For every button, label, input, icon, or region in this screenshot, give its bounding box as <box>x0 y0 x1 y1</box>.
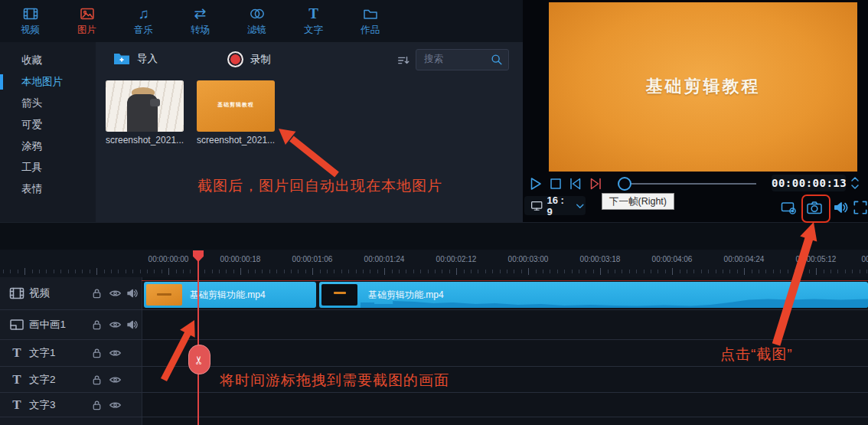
video-title: 基础剪辑教程 <box>549 75 857 98</box>
video-clip-1[interactable]: 基础剪辑功能.mp4 <box>144 282 316 308</box>
sidebar-item-arrows[interactable]: 箭头 <box>0 93 96 114</box>
sidebar-item-local-images[interactable]: 本地图片 <box>0 71 96 93</box>
transition-icon: ⇄ <box>194 6 207 21</box>
seek-slider-handle[interactable] <box>618 177 631 191</box>
chevron-down-icon <box>575 201 586 211</box>
track-row-partial <box>0 417 868 425</box>
tab-text[interactable]: T 文字 <box>292 6 334 37</box>
eye-icon[interactable] <box>109 287 122 300</box>
clip-thumbnail <box>321 284 357 306</box>
lock-icon[interactable] <box>90 347 103 360</box>
filter-icon <box>250 6 265 21</box>
media-item-name: screenshot_2021... <box>197 135 276 145</box>
pip-icon <box>9 317 24 332</box>
media-item-photo[interactable] <box>106 80 184 132</box>
tab-label: 音乐 <box>134 24 153 37</box>
music-icon: ♫ <box>138 6 148 21</box>
image-icon <box>80 6 95 21</box>
ruler-tick-label: 00:00:00:18 <box>220 255 261 263</box>
eye-icon[interactable] <box>109 398 122 411</box>
media-item-screenshot[interactable]: 基础剪辑教程 <box>197 80 275 132</box>
lock-icon[interactable] <box>90 319 103 332</box>
timecode-spinner[interactable] <box>850 174 860 192</box>
tab-image[interactable]: 图片 <box>66 6 108 37</box>
tab-music[interactable]: ♫ 音乐 <box>122 6 165 37</box>
camera-highlight-box <box>801 195 830 223</box>
monitor-icon <box>530 199 543 212</box>
preview-panel: 基础剪辑教程 00:00:00:13 16 : 9 下一帧(Right) <box>523 0 868 222</box>
fullscreen-icon[interactable] <box>852 199 868 216</box>
timeline-ruler[interactable]: 00:00:00:00 00:00:00:18 00:00:01:06 00:0… <box>0 250 868 277</box>
photo-arm <box>150 99 160 106</box>
sidebar-item-favorites[interactable]: 收藏 <box>0 50 96 71</box>
lock-icon[interactable] <box>90 373 103 386</box>
text-track-icon: T <box>9 397 24 413</box>
sidebar-item-tools[interactable]: 工具 <box>0 157 96 178</box>
lock-icon[interactable] <box>90 398 103 411</box>
edit-toolbar: ↶ ↷ ✂ 调速 画面裁剪 画面定格 配音 文字转语音 绿幕抠图 <box>0 222 868 250</box>
tab-label: 作品 <box>361 24 380 37</box>
aspect-ratio-dropdown[interactable]: 16 : 9 <box>524 196 586 215</box>
annotation-local-images: 截图后，图片回自动出现在本地图片 <box>197 176 442 196</box>
sidebar-item-emoji[interactable]: 表情 <box>0 178 96 200</box>
eye-icon[interactable] <box>109 347 122 360</box>
seek-slider-track[interactable] <box>628 183 756 185</box>
tab-video[interactable]: 视频 <box>9 6 51 37</box>
search-icon[interactable] <box>490 53 504 67</box>
stop-button[interactable] <box>548 176 563 191</box>
ruler-tick-label: 00:00:04:06 <box>652 255 693 263</box>
tab-label: 滤镜 <box>247 24 266 37</box>
track-header-text1: T 文字1 <box>0 340 142 366</box>
timecode-display: 00:00:00:13 <box>772 175 846 191</box>
track-lane-text3[interactable] <box>142 393 868 417</box>
video-clip-2[interactable]: 基础剪辑功能.mp4 <box>319 282 868 308</box>
ruler-tick-label: 00:00:01:24 <box>364 255 405 263</box>
speaker-icon[interactable] <box>126 287 139 300</box>
ruler-tick-label: 00:00:00:00 <box>148 255 189 263</box>
scissors-icon: ✂ <box>192 355 206 365</box>
tab-label: 文字 <box>304 24 323 37</box>
video-frame[interactable]: 基础剪辑教程 <box>549 2 857 172</box>
track-row-pip: 画中画1 <box>0 310 868 340</box>
track-lane-pip[interactable] <box>142 310 868 339</box>
clip-thumbnail <box>146 284 182 306</box>
tab-works[interactable]: 作品 <box>349 6 391 37</box>
text-icon: T <box>308 6 318 21</box>
tab-transition[interactable]: ⇄ 转场 <box>179 6 221 37</box>
speaker-icon[interactable] <box>126 319 139 332</box>
ruler-tick-label: 00:00:03:18 <box>580 255 621 263</box>
annotation-click-screenshot: 点击“截图” <box>720 345 793 365</box>
eye-icon[interactable] <box>109 373 122 386</box>
previous-frame-button[interactable] <box>568 176 583 191</box>
display-settings-icon[interactable] <box>781 199 798 216</box>
media-category-sidebar: 收藏 本地图片 箭头 可爱 涂鸦 工具 表情 <box>0 42 96 222</box>
sidebar-item-cute[interactable]: 可爱 <box>0 114 96 136</box>
sidebar-item-doodle[interactable]: 涂鸦 <box>0 136 96 157</box>
playhead-line[interactable] <box>197 260 199 425</box>
search-box <box>416 49 509 70</box>
ruler-tick-label: 00:00:02:12 <box>436 255 477 263</box>
search-input[interactable] <box>416 50 491 68</box>
ruler-tick-label: 00:00:03:00 <box>508 255 549 263</box>
tab-filter[interactable]: 滤镜 <box>236 6 278 37</box>
track-highlight-line <box>142 280 868 281</box>
tab-label: 转场 <box>191 24 210 37</box>
ruler-tick-label: 00 <box>861 255 868 263</box>
import-button[interactable]: 导入 <box>113 51 158 66</box>
text-track-icon: T <box>9 345 24 361</box>
aspect-ratio-value: 16 : 9 <box>547 195 571 217</box>
track-header-video: 视频 <box>0 277 142 309</box>
track-header-text2: T 文字2 <box>0 367 142 392</box>
text-track-icon: T <box>9 372 24 387</box>
eye-icon[interactable] <box>109 319 122 332</box>
lock-icon[interactable] <box>90 287 103 300</box>
record-button[interactable]: 录制 <box>227 51 271 67</box>
volume-icon[interactable] <box>832 199 849 216</box>
sort-icon[interactable] <box>396 54 410 67</box>
split-clip-button[interactable]: ✂ <box>188 345 210 374</box>
next-frame-button[interactable] <box>588 176 603 191</box>
play-button[interactable] <box>528 176 543 191</box>
annotation-drag-cursor: 将时间游标拖拽到需要截图的画面 <box>220 371 449 391</box>
clip-name: 基础剪辑功能.mp4 <box>190 282 266 308</box>
media-item-name: screenshot_2021... <box>106 135 185 145</box>
